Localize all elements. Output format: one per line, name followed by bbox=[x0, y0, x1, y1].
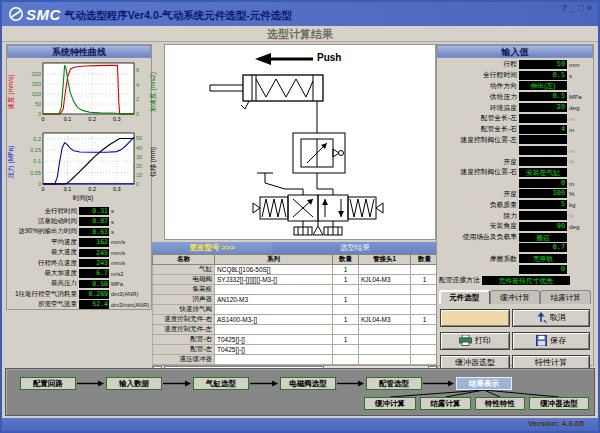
param-value-box: 245 bbox=[79, 249, 109, 258]
param-row: 0 bbox=[437, 264, 593, 275]
svg-text:20: 20 bbox=[136, 163, 142, 169]
flow-step-3[interactable]: 电磁阀选型 bbox=[280, 377, 336, 390]
param-value-box[interactable]: 无导轨 bbox=[519, 254, 567, 263]
param-value-box[interactable] bbox=[519, 157, 567, 166]
param-row: 阻力N bbox=[437, 210, 593, 221]
param-label: 全行程时间 bbox=[9, 207, 79, 216]
param-row: 供给压力0.5MPa bbox=[437, 91, 593, 102]
param-value-box[interactable]: 搬运 bbox=[519, 233, 567, 242]
table-column-header: 管接头1 bbox=[359, 255, 411, 265]
param-label: 行程终点速度 bbox=[9, 259, 79, 268]
table-row[interactable]: 速度控制元件-左 bbox=[153, 325, 439, 335]
param-unit: deg bbox=[567, 104, 591, 111]
component-value-cell bbox=[411, 345, 439, 355]
flow-substep-0[interactable]: 缓冲计算 bbox=[364, 397, 416, 410]
param-unit: s bbox=[567, 72, 591, 79]
param-value-box[interactable]: 20 bbox=[519, 103, 567, 112]
param-label: 全行程时间 bbox=[439, 70, 519, 80]
component-value-cell bbox=[359, 305, 411, 315]
param-row: 配管全长-右4m bbox=[437, 124, 593, 135]
table-row[interactable]: 速度控制元件-右AS1400-M3-[]1KJL04-M31 bbox=[153, 315, 439, 325]
param-value-box[interactable]: 100 bbox=[519, 189, 567, 198]
input-values-list: 行程50mm全行程时间0.5s动作方向伸出(左)供给压力0.5MPa环境温度20… bbox=[437, 59, 593, 286]
component-value-cell bbox=[333, 305, 359, 315]
param-value-box[interactable]: 4 bbox=[519, 125, 567, 134]
param-value-box[interactable]: 90 bbox=[519, 222, 567, 231]
curves-panel-title: 系统特性曲线 bbox=[7, 45, 151, 58]
param-value-box[interactable]: 0 bbox=[519, 179, 567, 188]
result-values-list: 全行程时间0.31s活塞始动时间0.07s达90%的输出力时间0.63s平均速度… bbox=[7, 206, 151, 310]
color-swatch-button[interactable] bbox=[440, 309, 510, 327]
param-unit: % bbox=[567, 158, 591, 165]
table-row[interactable]: 消声器AN120-M31 bbox=[153, 295, 439, 305]
component-value-cell: 1 bbox=[333, 295, 359, 305]
param-value-box[interactable] bbox=[519, 211, 567, 220]
param-label: 开度 bbox=[439, 189, 519, 199]
param-value-box[interactable]: 元件最佳尺寸优先 bbox=[482, 276, 570, 285]
table-column-header: 系列 bbox=[215, 255, 333, 265]
flow-substep-3[interactable]: 缓冲器选型 bbox=[529, 397, 589, 410]
flow-substep-1[interactable]: 结露计算 bbox=[420, 397, 471, 410]
param-value-box[interactable]: 0.5 bbox=[519, 92, 567, 101]
window-control-button[interactable]: ? bbox=[562, 3, 568, 13]
pneumatic-circuit-diagram: Push bbox=[164, 44, 436, 240]
param-value-box[interactable]: 安装在气缸 bbox=[519, 168, 567, 177]
param-unit: m/s2 bbox=[109, 271, 149, 277]
flow-step-0[interactable]: 配置回路 bbox=[20, 377, 76, 390]
table-row[interactable]: 电磁阀SYJ332[]-[][][][]-M3-[]1KJL04-M31 bbox=[153, 275, 439, 285]
window-control-button[interactable]: × bbox=[587, 3, 592, 13]
component-value-cell bbox=[215, 285, 333, 295]
flow-step-2[interactable]: 气缸选型 bbox=[193, 377, 249, 390]
cancel-button[interactable]: 取消 bbox=[512, 309, 590, 327]
param-value-box[interactable] bbox=[519, 146, 567, 155]
param-unit: m bbox=[567, 115, 591, 122]
param-value-box[interactable]: 0.5 bbox=[519, 71, 567, 80]
table-row[interactable]: 配管-左T0425[]-[] bbox=[153, 345, 439, 355]
table-row[interactable]: 快速排气阀 bbox=[153, 305, 439, 315]
tab-2[interactable]: 结露计算 bbox=[540, 290, 591, 304]
component-name-cell: 快速排气阀 bbox=[153, 305, 215, 315]
table-row[interactable]: 配管-右T0425[]-[]1 bbox=[153, 335, 439, 345]
flow-substep-2[interactable]: 特性特性 bbox=[475, 397, 525, 410]
param-row: 最大加速度6.7m/s2 bbox=[7, 268, 151, 278]
tab-0[interactable]: 元件选型 bbox=[439, 290, 490, 304]
param-value-box[interactable]: 0.7 bbox=[519, 243, 567, 252]
param-label: 安装角度 bbox=[439, 221, 519, 231]
component-value-cell: AS1400-M3-[] bbox=[215, 315, 333, 325]
component-value-cell: T0425[]-[] bbox=[215, 345, 333, 355]
component-name-cell: 速度控制元件-右 bbox=[153, 315, 215, 325]
param-value-box[interactable] bbox=[519, 114, 567, 123]
save-button[interactable]: 保存 bbox=[512, 332, 590, 350]
print-button[interactable]: 打印 bbox=[440, 332, 510, 350]
param-value-box: 52.4 bbox=[79, 300, 109, 309]
param-row: 最高压力0.50MPa bbox=[7, 279, 151, 289]
param-value-box[interactable]: 伸出(左) bbox=[519, 81, 567, 90]
svg-text:0.3: 0.3 bbox=[113, 116, 121, 122]
param-value-box[interactable] bbox=[519, 135, 567, 144]
param-value-box[interactable]: 50 bbox=[519, 60, 567, 69]
flow-step-4[interactable]: 配管选型 bbox=[366, 377, 422, 390]
version-label: Version: 4.0.05 bbox=[528, 419, 584, 428]
param-row: 行程50mm bbox=[437, 59, 593, 70]
window-control-button[interactable]: □ bbox=[578, 3, 583, 13]
param-unit: deg bbox=[567, 223, 591, 230]
svg-text:0.1: 0.1 bbox=[64, 116, 72, 122]
change-model-link[interactable]: 更改型号 >>> bbox=[152, 242, 272, 254]
tab-1[interactable]: 缓冲计算 bbox=[490, 290, 541, 304]
param-label: 速度控制阀位置-左 bbox=[439, 135, 519, 145]
param-unit: mm/s bbox=[109, 260, 149, 266]
param-label: 配管全长-右 bbox=[439, 124, 519, 134]
flow-step-1[interactable]: 输入数据 bbox=[106, 377, 162, 390]
param-value-box[interactable]: 5 bbox=[519, 200, 567, 209]
y-axis-label-accel: 加速度 (m/s2) bbox=[149, 64, 159, 120]
table-row[interactable]: 集装板 bbox=[153, 285, 439, 295]
component-value-cell bbox=[359, 345, 411, 355]
table-row[interactable]: 气缸NCQ8L[]106-50S[]1 bbox=[153, 265, 439, 275]
param-label: 1往返行程空气消耗量 bbox=[9, 290, 79, 299]
svg-text:4: 4 bbox=[136, 82, 139, 88]
window-control-button[interactable]: _ bbox=[570, 3, 575, 13]
svg-text:0.2: 0.2 bbox=[88, 116, 96, 122]
table-row[interactable]: 液压缓冲器 bbox=[153, 355, 439, 365]
flow-step-5[interactable]: 结果表示 bbox=[456, 377, 512, 390]
param-value-box[interactable]: 0 bbox=[519, 265, 567, 274]
